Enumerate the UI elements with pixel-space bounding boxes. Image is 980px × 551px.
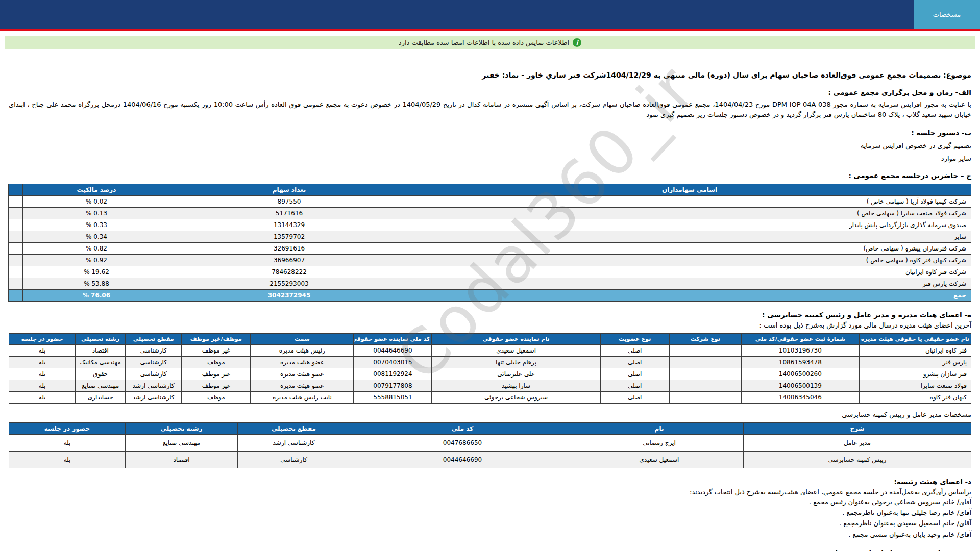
table-cell: حسابداری	[76, 392, 126, 404]
table-cell: 32691616	[170, 243, 408, 255]
column-header: حضور در جلسه	[9, 423, 126, 435]
table-cell: کارشناسی	[126, 345, 182, 357]
table-row: صندوق سرمایه گذاری بازارگردانی پایش پاید…	[9, 219, 971, 231]
table-cell: شرکت فولاد صنعت سایرا ( سهامی خاص )	[408, 208, 971, 219]
table-cell: اصلی	[600, 392, 669, 404]
table-cell: عضو هیئت مدیره	[251, 380, 354, 392]
column-header: نام عضو حقیقی یا حقوقی هیئت مدیره	[859, 334, 971, 345]
table-cell: کیهان فنر کاوه	[859, 392, 971, 404]
table-cell: شرکت کیهان فنر کاوه ( سهامی خاص )	[408, 255, 971, 266]
table-cell	[9, 266, 23, 278]
table-cell: بله	[9, 392, 76, 404]
table-cell	[9, 231, 23, 243]
table-cell: کارشناسی	[126, 368, 182, 380]
table-cell: صندوق سرمایه گذاری بازارگردانی پایش پاید…	[408, 219, 971, 231]
ceo-table-title: مشخصات مدیر عامل و رییس کمیته حسابرسی	[9, 411, 971, 418]
shareholders-table: اسامی سهامدارانتعداد سهامدرصد مالکیت شرک…	[8, 184, 971, 302]
table-cell: مهندسی صنایع	[126, 435, 238, 452]
signature-match-notice: i اطلاعات نمایش داده شده با اطلاعات امضا…	[5, 36, 975, 49]
table-cell: پارس فنر	[859, 357, 971, 368]
table-cell	[9, 290, 23, 302]
table-row: شرکت فنرسازان پیشرو ( سهامی خاص)32691616…	[9, 243, 971, 255]
presiding-member-line: آقای/ خانم رضا جلیلی تنها به‌عنوان ناظرم…	[9, 508, 971, 517]
table-cell: اصلی	[600, 380, 669, 392]
tab-specifications[interactable]: مشخصات	[914, 0, 980, 29]
table-cell: رییس کمیته حسابرسی	[744, 452, 971, 468]
column-header: مقطع تحصیلی	[238, 423, 350, 435]
column-header: نام نماینده عضو حقوقی	[432, 334, 600, 345]
table-cell: غیر موظف	[182, 345, 251, 357]
table-cell: 784628222	[170, 266, 408, 278]
table-row: شرکت فولاد صنعت سایرا ( سهامی خاص )51716…	[9, 208, 971, 219]
table-cell: 13144329	[170, 219, 408, 231]
table-cell: سایر	[408, 231, 971, 243]
table-cell	[669, 345, 741, 357]
column-header: موظف/غیر موظف	[182, 334, 251, 345]
section-b-title: ب- دستور جلسه :	[9, 129, 971, 137]
table-cell: 0079177808	[354, 380, 432, 392]
table-row: پارس فنر10861593478اصلیپرهام جلیلی تنها0…	[9, 357, 971, 368]
table-row: سایر135797020.34 %	[9, 231, 971, 243]
notice-text: اطلاعات نمایش داده شده با اطلاعات امضا ش…	[399, 39, 569, 46]
table-cell: 0.34 %	[23, 231, 170, 243]
table-header-row: شرحنامکد ملیمقطع تحصیلیرشته تحصیلیحضور د…	[9, 423, 971, 435]
column-header: کد ملی نماینده عضو حقوقی	[354, 334, 432, 345]
agenda-item: سایر موارد	[9, 155, 971, 162]
column-header: رشته تحصیلی	[126, 423, 238, 435]
column-header: نوع عضویت	[600, 334, 669, 345]
table-cell	[9, 196, 23, 208]
table-cell: مهندسی مکانیک	[76, 357, 126, 368]
section-a-body: با عنایت به مجوز افزایش سرمایه به شماره …	[9, 99, 971, 119]
table-cell: فنر سازان پیشرو	[859, 368, 971, 380]
table-cell	[9, 208, 23, 219]
table-row: شرکت کیمیا فولاد آریا ( سهامی خاص )89755…	[9, 196, 971, 208]
table-cell: 0044646690	[350, 452, 575, 468]
table-row: مدیر عاملایرج رمضانی0047686650کارشناسی ا…	[9, 435, 971, 452]
table-cell	[9, 255, 23, 266]
table-cell: 76.06 %	[23, 290, 170, 302]
table-cell: 0.02 %	[23, 196, 170, 208]
table-row: شرکت فنر کاوه ایرانیان78462822219.62 %	[9, 266, 971, 278]
section-d-subtitle: براساس رأی‌گیری به‌عمل‌آمده در جلسه مجمع…	[9, 488, 971, 496]
column-header	[9, 184, 23, 196]
table-cell: 0.33 %	[23, 219, 170, 231]
main-content: موضوع: تصمیمات مجمع عمومی فوق‌العاده صاح…	[0, 71, 980, 551]
table-cell	[669, 392, 741, 404]
table-cell: پرهام جلیلی تنها	[432, 357, 600, 368]
table-cell: بله	[9, 368, 76, 380]
table-cell: 2155293003	[170, 278, 408, 290]
column-header: درصد مالکیت	[23, 184, 170, 196]
table-cell: 0070403015	[354, 357, 432, 368]
table-cell: کارشناسی	[238, 452, 350, 468]
table-cell: شرکت کیمیا فولاد آریا ( سهامی خاص )	[408, 196, 971, 208]
table-cell: 3042372945	[170, 290, 408, 302]
column-header: سمت	[251, 334, 354, 345]
table-row: رییس کمیته حسابرسیاسمعیل سعیدی0044646690…	[9, 452, 971, 468]
table-cell: 0044646690	[354, 345, 432, 357]
table-cell	[669, 380, 741, 392]
top-header-bar: مشخصات	[0, 0, 980, 29]
info-icon: i	[573, 38, 581, 47]
column-header: شرح	[744, 423, 971, 435]
table-row: فولاد صنعت سایرا14006500139اصلیسارا بهشی…	[9, 380, 971, 392]
table-cell: سیروس شجاعی برجوئی	[432, 392, 600, 404]
table-cell	[669, 368, 741, 380]
table-cell: علی علیرضائی	[432, 368, 600, 380]
table-cell: اصلی	[600, 345, 669, 357]
table-cell: جمع	[408, 290, 971, 302]
table-cell: 14006500139	[741, 380, 859, 392]
column-header: شمارۀ ثبت عضو حقوقی/کد ملی	[741, 334, 859, 345]
table-cell: 5171616	[170, 208, 408, 219]
table-cell: کارشناسی	[126, 357, 182, 368]
table-cell: 14006500260	[741, 368, 859, 380]
table-cell: کارشناسی ارشد	[238, 435, 350, 452]
table-cell: اصلی	[600, 368, 669, 380]
table-cell: اقتصاد	[76, 345, 126, 357]
table-cell: رئیس هیئت مدیره	[251, 345, 354, 357]
section-d-title: د- اعضای هیئت رئیسه:	[9, 478, 971, 486]
table-cell: کارشناسی ارشد	[126, 392, 182, 404]
column-header: اسامی سهامداران	[408, 184, 971, 196]
table-cell: 0047686650	[350, 435, 575, 452]
table-cell: اسمعیل سعیدی	[575, 452, 744, 468]
presiding-member-line: آقای/ خانم سیروس شجاعی برجوئی به‌عنوان ر…	[9, 497, 971, 507]
